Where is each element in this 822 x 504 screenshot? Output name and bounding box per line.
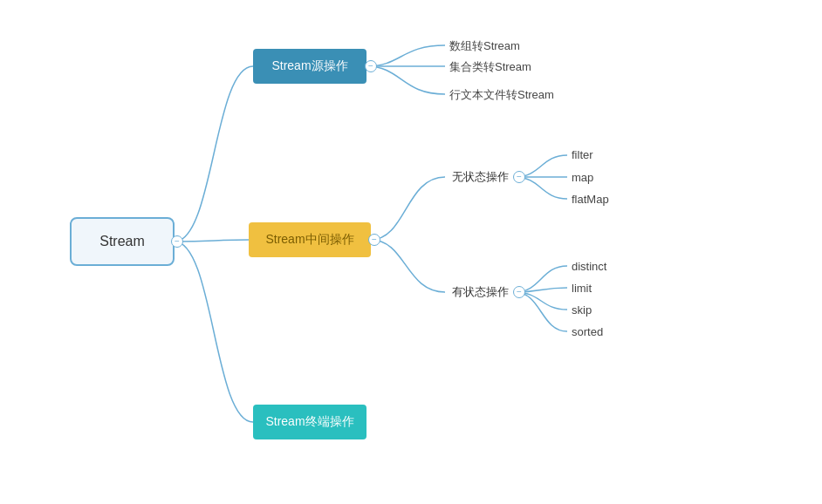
leaf-stateless-3: flatMap [572,193,609,206]
stateless-node: 无状态操作 [445,164,515,190]
stateful-collapse-icon[interactable]: − [513,286,525,298]
middle-label: Stream中间操作 [265,232,353,248]
leaf-stateless-2: map [572,171,593,184]
root-collapse-icon[interactable]: − [171,235,183,248]
root-label: Stream [99,234,145,249]
middle-collapse-icon[interactable]: − [368,234,380,246]
leaf-source-2: 集合类转Stream [449,59,531,75]
source-node: Stream源操作 [253,49,366,84]
stateless-collapse-icon[interactable]: − [513,171,525,183]
leaf-source-1: 数组转Stream [449,38,520,54]
source-label: Stream源操作 [271,58,347,74]
source-collapse-icon[interactable]: − [365,60,377,72]
leaf-stateful-1: distinct [572,260,606,273]
leaf-source-3: 行文本文件转Stream [449,87,554,103]
terminal-node: Stream终端操作 [253,405,366,439]
middle-node: Stream中间操作 [249,222,371,257]
root-node: Stream [70,217,175,266]
stateful-node: 有状态操作 [445,279,515,305]
stateless-label: 无状态操作 [452,169,509,185]
leaf-stateless-1: filter [572,148,593,161]
leaf-stateful-3: skip [572,303,592,317]
leaf-stateful-4: sorted [572,325,603,338]
stateful-label: 有状态操作 [452,284,509,300]
leaf-stateful-2: limit [572,282,592,295]
terminal-label: Stream终端操作 [265,414,353,430]
